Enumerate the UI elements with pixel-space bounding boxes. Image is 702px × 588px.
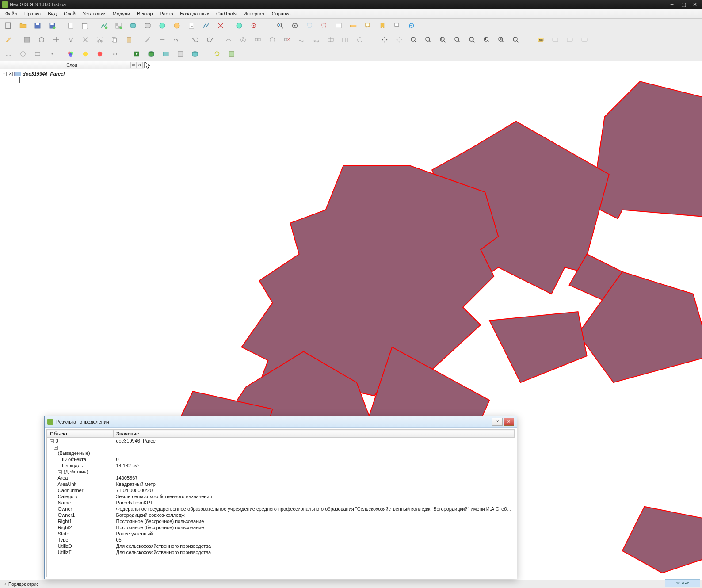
add-postgis-button[interactable]	[126, 19, 140, 32]
label-rotate-button[interactable]	[563, 34, 576, 46]
results-row[interactable]: Type05	[47, 537, 515, 543]
undo-button[interactable]	[189, 34, 202, 46]
toggle-editing-button[interactable]	[2, 34, 15, 46]
attributes-table-button[interactable]	[332, 19, 345, 32]
layer-visible-checkbox[interactable]: ✕	[8, 72, 13, 76]
dialog-titlebar[interactable]: Результат определения ? ✕	[45, 416, 517, 428]
results-row[interactable]: Area14005567	[47, 475, 515, 481]
options-dropdown-button[interactable]	[288, 19, 301, 32]
menu-cadtools[interactable]: CadTools	[213, 10, 240, 18]
layer-row[interactable]: − ✕ doc319946_Parcel	[2, 71, 142, 76]
add-csv-button[interactable]: csv	[185, 19, 198, 32]
dialog-help-button[interactable]: ?	[492, 418, 503, 426]
open-project-button[interactable]	[16, 19, 30, 32]
label-move-button[interactable]	[549, 34, 562, 46]
delete-selected-button[interactable]	[79, 34, 92, 46]
redo-button[interactable]	[203, 34, 217, 46]
color-yellow-button[interactable]	[79, 48, 92, 60]
window-close-button[interactable]: ✕	[690, 1, 700, 8]
paste-button[interactable]	[122, 34, 136, 46]
text-annotation-button[interactable]	[390, 19, 404, 32]
new-project-button[interactable]	[2, 19, 15, 32]
results-row[interactable]: Площадь14,132 км²	[47, 462, 515, 469]
results-row[interactable]: StateРанее учтенный	[47, 531, 515, 537]
results-row[interactable]: ID объекта0	[47, 456, 515, 462]
cad-arc-button[interactable]	[2, 48, 15, 60]
results-row[interactable]: AreaUnitКвадратный метр	[47, 481, 515, 487]
menu-plugins[interactable]: Модули	[109, 10, 134, 18]
identify-results-dialog[interactable]: Результат определения ? ✕ Объект Значени…	[44, 416, 517, 579]
delete-ring-button[interactable]	[266, 34, 279, 46]
run-script-button[interactable]	[130, 48, 143, 60]
results-row[interactable]: UtilizDДля сельскохозяйственного произво…	[47, 543, 515, 549]
results-row[interactable]: Owner1Богородицкий совхоз-колледж	[47, 512, 515, 518]
menu-file[interactable]: Файл	[2, 10, 21, 18]
merge-button[interactable]	[156, 34, 169, 46]
status-close-icon[interactable]: ✕	[2, 582, 7, 587]
remove-layer-button[interactable]	[214, 19, 227, 32]
simplify-button[interactable]	[222, 34, 235, 46]
save-project-button[interactable]	[31, 19, 44, 32]
menu-view[interactable]: Вид	[44, 10, 60, 18]
cad-circle-button[interactable]	[16, 48, 30, 60]
db-manager-button[interactable]	[188, 48, 202, 60]
split-features-button[interactable]	[324, 34, 337, 46]
new-composer-button[interactable]	[64, 19, 77, 32]
menu-edit[interactable]: Правка	[21, 10, 44, 18]
results-row[interactable]: Cadnumber71:04:000000:20	[47, 487, 515, 493]
results-row[interactable]: −	[47, 444, 515, 450]
basemap-button[interactable]	[159, 48, 172, 60]
xy-button[interactable]: x,y	[170, 34, 183, 46]
offset-curve-button[interactable]	[309, 34, 323, 46]
add-wfs-button[interactable]	[170, 19, 183, 32]
menu-settings[interactable]: Установки	[79, 10, 109, 18]
results-row[interactable]: OwnerФедеральное государственное образов…	[47, 506, 515, 512]
cad-point-button[interactable]	[46, 48, 59, 60]
add-ring-button[interactable]	[237, 34, 250, 46]
window-minimize-button[interactable]: –	[667, 1, 677, 8]
layer-tree[interactable]: − ✕ doc319946_Parcel	[0, 69, 144, 84]
move-feature-button[interactable]	[50, 34, 63, 46]
plugin-manager-button[interactable]	[225, 48, 238, 60]
merge-attrs-button[interactable]	[339, 34, 352, 46]
layer-props-button[interactable]	[174, 48, 187, 60]
zoom-last-button[interactable]	[480, 34, 493, 46]
zoom-selection-button[interactable]	[451, 34, 464, 46]
menu-raster[interactable]: Растр	[156, 10, 177, 18]
results-row[interactable]: CategoryЗемли сельскохозяйственного назн…	[47, 493, 515, 500]
stats-button[interactable]: Σα	[108, 48, 121, 60]
identify-button[interactable]	[274, 19, 287, 32]
measure-button[interactable]	[347, 19, 360, 32]
results-row[interactable]: −0doc319946_Parcel	[47, 438, 515, 444]
copy-button[interactable]	[108, 34, 121, 46]
col-object[interactable]: Объект	[47, 430, 114, 438]
reshape-button[interactable]	[295, 34, 308, 46]
new-shapefile-button[interactable]	[199, 19, 213, 32]
color-red-button[interactable]	[93, 48, 107, 60]
gps-button[interactable]	[247, 19, 260, 32]
rgb-button[interactable]	[64, 48, 77, 60]
add-wms-button[interactable]	[156, 19, 169, 32]
layers-panel-close-button[interactable]: ✕	[137, 62, 143, 68]
pan-selection-button[interactable]	[393, 34, 406, 46]
maptips-button[interactable]	[361, 19, 374, 32]
add-feature-button[interactable]	[35, 34, 48, 46]
save-edits-button[interactable]	[20, 34, 34, 46]
tree-collapse-icon[interactable]: −	[2, 72, 7, 76]
zoom-in-button[interactable]	[407, 34, 420, 46]
zoom-native-button[interactable]	[509, 34, 523, 46]
menu-database[interactable]: База данных	[176, 10, 213, 18]
zoom-layer-button[interactable]	[465, 34, 479, 46]
pan-button[interactable]	[378, 34, 391, 46]
bookmarks-button[interactable]	[376, 19, 389, 32]
add-raster-button[interactable]	[112, 19, 125, 32]
results-row[interactable]: +(Действия)	[47, 469, 515, 475]
label-change-button[interactable]	[578, 34, 591, 46]
cut-button[interactable]	[93, 34, 107, 46]
cad-rect-button[interactable]	[31, 48, 44, 60]
refresh-button[interactable]	[405, 19, 418, 32]
delete-part-button[interactable]	[280, 34, 294, 46]
menu-vector[interactable]: Вектор	[134, 10, 156, 18]
menu-internet[interactable]: Интернет	[240, 10, 268, 18]
wms-provider-button[interactable]	[233, 19, 246, 32]
